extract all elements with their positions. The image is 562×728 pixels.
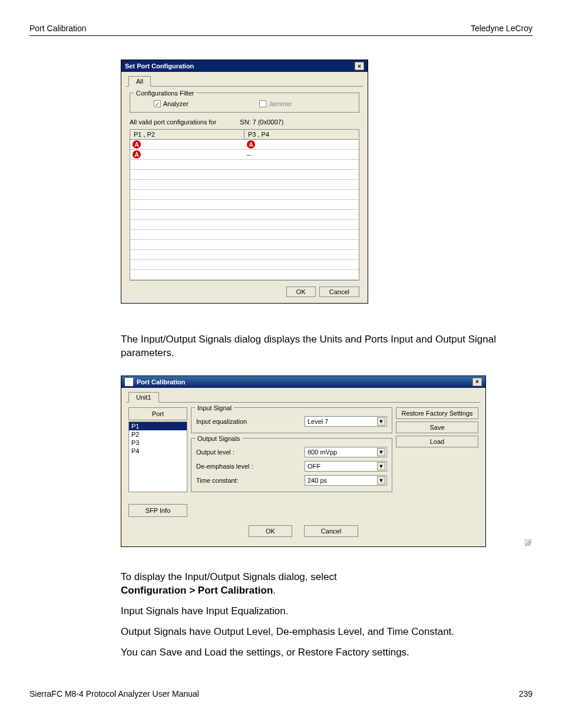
col-p3-p4: P3 , P4 bbox=[244, 130, 359, 139]
dash-icon: – bbox=[247, 151, 250, 158]
ok-button[interactable]: OK bbox=[249, 525, 292, 537]
footer-left: SierraFC M8-4 Protocol Analyzer User Man… bbox=[29, 689, 199, 699]
dialog1-titlebar: Set Port Configuration × bbox=[121, 60, 368, 72]
sfp-info-button[interactable]: SFP Info bbox=[128, 504, 187, 517]
table-row[interactable] bbox=[130, 210, 359, 220]
chevron-down-icon: ▼ bbox=[377, 462, 385, 470]
header-left: Port Calibration bbox=[29, 24, 87, 33]
table-row[interactable] bbox=[130, 160, 359, 170]
dialog2-titlebar: ▦ Port Calibration × bbox=[121, 376, 485, 388]
table-row[interactable] bbox=[130, 250, 359, 260]
table-row[interactable] bbox=[130, 230, 359, 240]
list-item[interactable]: P3 bbox=[129, 439, 187, 447]
analyzer-badge-icon: A bbox=[133, 140, 141, 149]
header-right: Teledyne LeCroy bbox=[471, 24, 533, 33]
chevron-down-icon: ▼ bbox=[377, 476, 385, 485]
table-row[interactable]: A – bbox=[130, 150, 359, 160]
table-row[interactable] bbox=[130, 270, 359, 280]
output-signals-legend: Output Signals bbox=[195, 435, 242, 442]
table-row[interactable]: A A bbox=[130, 140, 359, 150]
paragraph: Output Signals have Output Level, De-emp… bbox=[121, 625, 515, 639]
sn-row: All valid port configurations for SN: 7 … bbox=[130, 118, 359, 126]
jammer-checkbox[interactable]: Jammer bbox=[259, 100, 292, 107]
list-item[interactable]: P2 bbox=[129, 430, 187, 439]
tab-all[interactable]: All bbox=[128, 76, 151, 87]
list-item[interactable]: P4 bbox=[129, 447, 187, 455]
restore-factory-button[interactable]: Restore Factory Settings bbox=[396, 407, 478, 419]
output-level-label: Output level : bbox=[196, 449, 234, 456]
port-listbox[interactable]: P1 P2 P3 P4 bbox=[128, 421, 187, 492]
dialog1-tabstrip: All bbox=[126, 75, 363, 87]
set-port-configuration-dialog: Set Port Configuration × All Configurati… bbox=[121, 60, 368, 304]
footer-page-number: 239 bbox=[519, 689, 533, 699]
ok-button[interactable]: OK bbox=[286, 286, 316, 297]
port-config-table: P1 , P2 P3 , P4 A A A – bbox=[130, 129, 359, 281]
de-emphasis-select[interactable]: OFF ▼ bbox=[305, 461, 387, 472]
paragraph: The Input/Output Signals dialog displays… bbox=[121, 333, 515, 360]
col-p1-p2: P1 , P2 bbox=[130, 130, 244, 139]
dialog2-title: Port Calibration bbox=[137, 378, 186, 386]
resize-grip-icon[interactable] bbox=[524, 539, 531, 546]
analyzer-badge-icon: A bbox=[247, 140, 255, 149]
time-constant-select[interactable]: 240 ps ▼ bbox=[305, 475, 387, 486]
cancel-button[interactable]: Cancel bbox=[319, 286, 359, 297]
table-row[interactable] bbox=[130, 220, 359, 230]
close-icon[interactable]: × bbox=[355, 62, 364, 70]
table-row[interactable] bbox=[130, 240, 359, 250]
port-heading: Port bbox=[128, 407, 187, 420]
de-emphasis-label: De-emphasis level : bbox=[196, 463, 253, 470]
save-button[interactable]: Save bbox=[396, 421, 478, 433]
input-signal-legend: Input Signal bbox=[195, 404, 234, 411]
chevron-down-icon: ▼ bbox=[377, 417, 385, 426]
load-button[interactable]: Load bbox=[396, 436, 478, 447]
sn-label: All valid port configurations for bbox=[130, 118, 216, 126]
check-icon bbox=[259, 100, 266, 107]
input-equalization-select[interactable]: Level 7 ▼ bbox=[305, 416, 387, 427]
analyzer-checkbox[interactable]: ✓ Analyzer bbox=[154, 100, 189, 107]
time-constant-label: Time constant: bbox=[196, 477, 239, 484]
dialog2-tabstrip: Unit1 bbox=[126, 391, 481, 403]
chevron-down-icon: ▼ bbox=[377, 448, 385, 456]
paragraph: Input Signals have Input Equalization. bbox=[121, 605, 515, 618]
output-signals-group: Output Signals Output level : 800 mVpp ▼… bbox=[191, 438, 392, 492]
cancel-button[interactable]: Cancel bbox=[304, 525, 358, 537]
page-footer: SierraFC M8-4 Protocol Analyzer User Man… bbox=[29, 689, 533, 699]
tab-unit1[interactable]: Unit1 bbox=[128, 392, 159, 403]
paragraph: You can Save and Load the settings, or R… bbox=[121, 646, 515, 660]
list-item[interactable]: P1 bbox=[129, 422, 187, 430]
close-icon[interactable]: × bbox=[472, 378, 482, 386]
output-level-select[interactable]: 800 mVpp ▼ bbox=[305, 447, 387, 457]
table-row[interactable] bbox=[130, 170, 359, 180]
input-equalization-label: Input equalization bbox=[196, 418, 247, 425]
filter-legend: Configurations Filter bbox=[134, 90, 196, 97]
configurations-filter-group: Configurations Filter ✓ Analyzer Jammer bbox=[130, 93, 359, 113]
table-row[interactable] bbox=[130, 180, 359, 190]
input-signal-group: Input Signal Input equalization Level 7 … bbox=[191, 407, 392, 433]
paragraph: To display the Input/Output Signals dial… bbox=[121, 571, 515, 598]
check-icon: ✓ bbox=[154, 100, 161, 107]
table-row[interactable] bbox=[130, 260, 359, 270]
analyzer-badge-icon: A bbox=[133, 150, 141, 159]
app-icon: ▦ bbox=[125, 378, 133, 386]
sn-value: SN: 7 (0x0007) bbox=[240, 118, 283, 126]
table-row[interactable] bbox=[130, 190, 359, 200]
table-row[interactable] bbox=[130, 200, 359, 210]
port-calibration-dialog: ▦ Port Calibration × Unit1 Port P1 P2 P3… bbox=[121, 375, 486, 547]
page-header: Port Calibration Teledyne LeCroy bbox=[29, 24, 533, 36]
dialog1-title: Set Port Configuration bbox=[125, 62, 194, 70]
